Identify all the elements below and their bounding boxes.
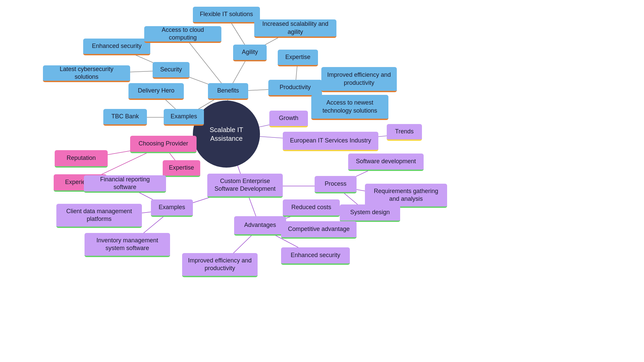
- node-growth[interactable]: Growth: [269, 111, 308, 127]
- node-flexible-it[interactable]: Flexible IT solutions: [193, 7, 260, 23]
- node-security[interactable]: Security: [153, 62, 190, 79]
- node-improved-eff-top[interactable]: Improved efficiency and productivity: [321, 67, 397, 92]
- node-improved-eff-bottom[interactable]: Improved efficiency and productivity: [182, 253, 258, 277]
- node-process[interactable]: Process: [315, 176, 357, 193]
- node-delivery-hero[interactable]: Delivery Hero: [128, 83, 184, 100]
- node-examples-purple[interactable]: Examples: [151, 199, 193, 217]
- node-latest-cybersecurity[interactable]: Latest cybersecurity solutions: [43, 65, 130, 82]
- node-examples-blue[interactable]: Examples: [164, 109, 204, 126]
- node-trends[interactable]: Trends: [387, 124, 422, 141]
- node-benefits[interactable]: Benefits: [208, 83, 248, 100]
- node-expertise-pink[interactable]: Expertise: [163, 160, 200, 177]
- node-choosing-provider[interactable]: Choosing Provider: [130, 136, 197, 153]
- node-cesd[interactable]: Custom Enterprise Software Development: [207, 174, 283, 198]
- node-agility[interactable]: Agility: [233, 45, 267, 61]
- node-increased-scalability[interactable]: Increased scalability and agility: [254, 19, 336, 38]
- node-financial[interactable]: Financial reporting software: [84, 175, 166, 193]
- node-software-dev[interactable]: Software development: [348, 154, 424, 171]
- node-sys-design[interactable]: System design: [340, 204, 400, 222]
- node-enhanced-security[interactable]: Enhanced security: [83, 39, 150, 55]
- node-competitive-adv[interactable]: Competitive advantage: [281, 221, 357, 239]
- node-inventory[interactable]: Inventory management system software: [85, 233, 170, 257]
- node-expertise-blue[interactable]: Expertise: [278, 50, 318, 66]
- node-reputation[interactable]: Reputation: [55, 150, 108, 168]
- node-enhanced-security2[interactable]: Enhanced security: [281, 247, 350, 265]
- node-tbc-bank[interactable]: TBC Bank: [103, 109, 147, 126]
- node-eu-it[interactable]: European IT Services Industry: [283, 132, 378, 151]
- node-productivity[interactable]: Productivity: [268, 80, 322, 97]
- node-client-data[interactable]: Client data management platforms: [56, 204, 142, 228]
- node-advantages[interactable]: Advantages: [234, 216, 286, 236]
- node-access-cloud[interactable]: Access to cloud computing: [144, 26, 221, 43]
- node-reduced-costs[interactable]: Reduced costs: [283, 199, 340, 217]
- node-access-newest[interactable]: Access to newest technology solutions: [311, 95, 388, 120]
